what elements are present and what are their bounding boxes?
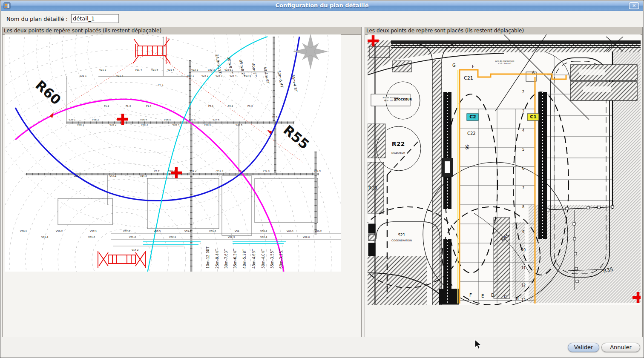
plan-label: 35m-6.34T <box>233 249 237 269</box>
plan-label: V38-2 <box>109 123 116 126</box>
plan-label: 2 <box>522 90 524 94</box>
plan-label: S21 <box>398 233 405 237</box>
plan-label: 3 <box>522 109 524 113</box>
right-panel-header: Les deux points de repère sont placés (i… <box>365 27 642 35</box>
plan-label: V36-5 <box>164 118 171 121</box>
plan-label: A <box>532 70 535 74</box>
right-plan[interactable]: STOCKEURR22DIGESTEURR21S21COGENERATIONC2… <box>368 34 641 305</box>
plan-label: V59-3 <box>209 230 216 232</box>
plan-label: V41-3 <box>216 169 224 172</box>
plan-label: C2 <box>469 114 476 120</box>
plan-label: R22 <box>392 140 405 147</box>
plan-label: V61-4 <box>41 236 49 238</box>
plan-label: 45m-4.63T <box>252 249 256 269</box>
plan-label: V22-4 <box>224 69 232 71</box>
plan-label: V21-4 <box>135 69 142 71</box>
plan-label: V60-2 <box>315 230 322 232</box>
plan-label: V23-3 <box>216 74 223 77</box>
cancel-button[interactable]: Annuler <box>601 343 640 352</box>
plan-label: V37-6 <box>213 118 220 121</box>
plan-label: V23-5 <box>244 74 251 77</box>
plan-label: C <box>504 295 507 299</box>
plan-label: V56-2 <box>56 230 63 232</box>
plan-label: 10 <box>521 248 526 252</box>
plan-label: V38-6 <box>236 123 243 126</box>
plan-label: 9 <box>522 230 524 234</box>
plan-label: C25 - 140 m2 <box>498 63 512 65</box>
plan-label: V38-4 <box>172 123 180 126</box>
plan-label: V14-2 <box>132 249 138 251</box>
plan-label: V22-2 <box>191 69 198 71</box>
plan-label: P3-1 <box>208 105 213 107</box>
plan-label: P1-2 <box>104 105 109 107</box>
plan-label: F <box>472 64 474 69</box>
plan-label: V41-6 <box>314 169 321 172</box>
plan-label: R21 <box>368 185 378 191</box>
plan-label: V41-2 <box>190 169 196 172</box>
plan-label: 7 <box>522 186 524 190</box>
plan-label: DIGESTEUR <box>391 152 405 154</box>
plan-label: 55m-3.55T <box>270 249 274 269</box>
plan-label: 10m-12.00T <box>206 246 210 269</box>
plan-label: V41-1 <box>140 175 147 178</box>
titlebar: Configuration du plan détaillé ✕ <box>1 1 643 11</box>
plan-label: F <box>469 293 472 298</box>
plan-label: V40-1 <box>74 175 80 178</box>
plan-label: V21-6 <box>167 69 175 71</box>
plan-label: P3-3 <box>247 105 253 107</box>
plan-label: V23-2 <box>201 74 208 77</box>
plan-label: V57-5 <box>154 230 161 232</box>
plan-label: 50m-4.04T <box>261 249 265 269</box>
left-plan[interactable]: R60R5524,9m-12T30m-9,7T35m-8,2T40m-7T43,… <box>5 34 341 272</box>
plan-label: 6 <box>522 167 524 171</box>
plan-label: D <box>491 293 494 298</box>
plan-label: 66 <box>465 144 469 150</box>
plan-label: V56-1 <box>20 230 27 232</box>
plan-label: G <box>452 63 456 68</box>
plan-label: V61-6 <box>129 236 136 238</box>
plan-label: V21-3 <box>116 74 124 77</box>
plan-label: P1-3 <box>126 105 131 107</box>
plan-label: V21-1 <box>80 74 86 77</box>
loading-blocks <box>570 65 637 100</box>
plan-label: C21 <box>464 75 473 81</box>
plan-label: V41-4 <box>238 169 245 172</box>
dialog-window: Configuration du plan détaillé ✕ Nom du … <box>0 0 644 358</box>
left-panel: Les deux points de repère sont placés (i… <box>2 27 362 337</box>
plan-label: 40m-5.38T <box>242 249 247 269</box>
plan-label: V61-5 <box>88 236 95 238</box>
plan-label: 5 <box>522 148 524 152</box>
plan-label: 60m-3.15T <box>279 249 283 269</box>
left-plan-canvas[interactable]: R60R5524,9m-12T30m-9,7T35m-8,2T40m-7T43,… <box>5 34 341 272</box>
plan-label: P3-2 <box>228 105 233 107</box>
mouse-cursor <box>474 339 482 350</box>
right-panel: Les deux points de repère sont placés (i… <box>365 27 643 337</box>
plan-name-label: Nom du plan détaillé : <box>6 16 68 22</box>
plan-label: V62-4 <box>260 236 267 238</box>
plan-label: 13 <box>521 298 526 302</box>
plan-label: V21-2 <box>99 69 106 71</box>
plan-label: V36-4 <box>140 118 147 121</box>
plan-label: C22 <box>467 131 476 136</box>
plan-name-input[interactable] <box>71 14 119 23</box>
plan-label: 8 <box>522 205 524 209</box>
plan-label: V57-2 <box>123 230 130 232</box>
validate-button[interactable]: Valider <box>568 343 599 352</box>
plan-label: COGENERATION <box>391 239 412 242</box>
plan-label: V23-4 <box>230 74 237 77</box>
plan-label: V57-1 <box>90 230 97 232</box>
close-button[interactable]: ✕ <box>629 2 639 9</box>
plan-label: Aire de chargement <box>495 60 515 62</box>
plan-label: V60-1 <box>287 230 293 232</box>
plan-label: Aire de stockage <box>382 97 399 99</box>
right-plan-canvas[interactable]: STOCKEURR22DIGESTEURR21S21COGENERATIONC2… <box>368 34 641 305</box>
plan-label: V59 <box>235 230 239 232</box>
plan-label: E <box>481 294 484 298</box>
plan-label: C1 <box>530 114 537 120</box>
plan-label: V38-3 <box>141 123 148 126</box>
plan-label: V37-5 <box>189 118 196 121</box>
plan-label: 30m-7.63T <box>224 249 228 269</box>
plan-label: V9-3 <box>154 169 159 172</box>
plan-label: V59-2 <box>184 230 191 232</box>
plan-label: V38-5 <box>204 123 211 126</box>
